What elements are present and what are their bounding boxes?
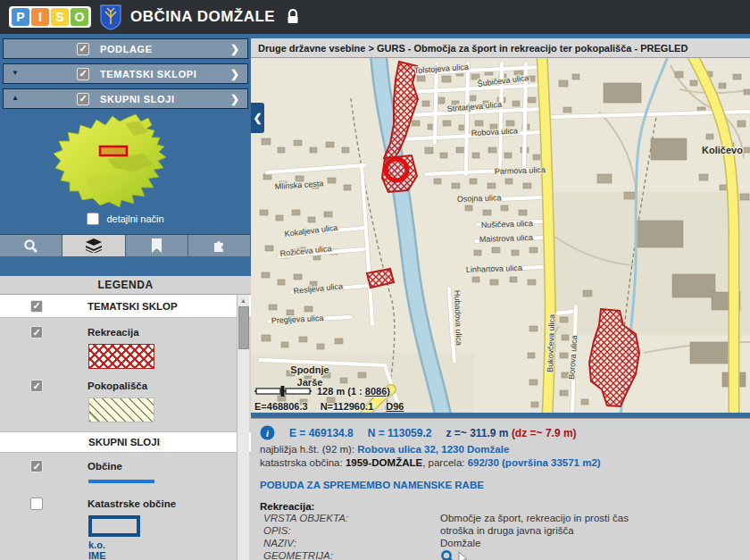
- place-label: Količevo: [702, 145, 743, 155]
- legend: LEGENDA ✓ TEMATSKI SKLOP ✓ Rekreacija ✓ …: [0, 276, 251, 560]
- pokopalisca-checkbox[interactable]: ✓: [30, 380, 43, 392]
- ko-caption: k.o. IME: [88, 539, 251, 560]
- chevron-right-icon[interactable]: ❯: [230, 93, 239, 105]
- cursor-coordinates: E=468806.3N=112960.1D96: [254, 401, 416, 412]
- tab-layers[interactable]: [62, 235, 125, 256]
- piso-letter-s: S: [51, 8, 69, 26]
- skupni-label: SKUPNI SLOJI: [100, 94, 175, 104]
- chevron-right-icon[interactable]: ❯: [230, 68, 239, 80]
- cadastral-value: 1959-DOMŽALE: [346, 457, 422, 468]
- pokopalisca-swatch: [88, 397, 154, 422]
- skupni-checkbox[interactable]: ✓: [77, 93, 89, 105]
- info-panel: i E = 469134.8 N = 113059.2 z =~ 311.9 m…: [251, 418, 750, 560]
- field-label: NAZIV:: [260, 537, 440, 549]
- field-value: Območje za šport, rekreacijo in prosti č…: [440, 512, 629, 524]
- detail-mode-checkbox[interactable]: [87, 213, 99, 225]
- scrollbar-thumb[interactable]: [238, 306, 249, 349]
- obcine-swatch: [88, 480, 154, 483]
- field-value: Domžale: [440, 537, 480, 549]
- tab-search[interactable]: [0, 235, 62, 256]
- collapse-up-icon[interactable]: ▲: [12, 94, 19, 103]
- obcine-checkbox[interactable]: ✓: [30, 460, 43, 472]
- cadastral-label: katastrska občina:: [260, 457, 346, 468]
- theme-checkbox[interactable]: ✓: [30, 300, 43, 313]
- map-pane: Druge državne vsebine > GURS - Območja z…: [251, 34, 750, 560]
- coord-n: N=112960.1: [321, 401, 374, 412]
- scalebar-graphic: [254, 385, 312, 397]
- extent-rectangle: [100, 146, 127, 155]
- section-title: Rekreacija:: [260, 501, 741, 512]
- legend-item-katastrske[interactable]: Katastrske občine: [0, 497, 251, 510]
- field-value: otroška in druga javna igrišča: [440, 524, 574, 537]
- parcel-link[interactable]: 692/30 (površina 33571 m2): [468, 457, 601, 468]
- piso-logo[interactable]: P I S O: [9, 6, 91, 28]
- legend-scrollbar[interactable]: ▲: [237, 295, 249, 560]
- panel-podlage[interactable]: ✓ PODLAGE ❯: [3, 38, 248, 59]
- piso-letter-i: I: [31, 8, 49, 26]
- street-label: Parmova ulica: [495, 165, 546, 176]
- place-label: Spodnje: [290, 364, 329, 375]
- coord-e-value: E = 469134.8: [289, 427, 354, 439]
- legend-item-obcine[interactable]: ✓ Občine: [0, 460, 251, 472]
- scroll-up-icon[interactable]: ▲: [238, 295, 249, 305]
- tematski-label: TEMATSKI SKLOPI: [100, 69, 196, 79]
- katastrske-checkbox[interactable]: [30, 497, 43, 510]
- map-viewport[interactable]: Tolstojeva ulicaŠubičeva ulicaStritarjev…: [251, 58, 750, 413]
- app-title: OBČINA DOMŽALE: [130, 8, 275, 26]
- katastrske-swatch: [88, 515, 140, 537]
- street-label: Maistrova ulica: [479, 233, 533, 244]
- street-label: Nušičeva ulica: [481, 219, 533, 230]
- coord-n-value: N = 113059.2: [368, 427, 432, 439]
- geometry-zoom-icon[interactable]: [440, 549, 455, 560]
- mouse-cursor-icon: [457, 551, 469, 560]
- depth-value: (dz =~ 7.9 m): [512, 427, 577, 439]
- info-icon[interactable]: i: [260, 425, 275, 440]
- map-canvas[interactable]: Tolstojeva ulicaŠubičeva ulicaStritarjev…: [251, 58, 750, 413]
- breadcrumb: Druge državne vsebine > GURS - Območja z…: [251, 38, 750, 58]
- coord-e: E=468806.3: [254, 401, 308, 412]
- lock-icon: [286, 9, 300, 25]
- search-icon: [23, 238, 38, 254]
- layers-icon: [86, 238, 102, 253]
- detail-mode-label: detajlni način: [106, 213, 163, 224]
- bookmark-icon: [151, 238, 162, 253]
- legend-title: LEGENDA: [0, 276, 251, 295]
- parcel-label: , parcela:: [422, 457, 468, 468]
- municipality-coat-of-arms: [100, 4, 121, 30]
- podlage-checkbox[interactable]: ✓: [77, 43, 89, 55]
- map-scalebar: 128 m (1 : 8086): [254, 385, 390, 397]
- legend-item-rekreacija[interactable]: ✓ Rekreacija: [0, 326, 251, 339]
- chevron-right-icon[interactable]: ❯: [230, 43, 239, 55]
- field-label: VRSTA OBJEKTA:: [260, 512, 440, 524]
- overview-map[interactable]: [0, 113, 251, 209]
- sidebar-tabs: [0, 234, 251, 256]
- legend-common-header: SKUPNI SLOJI: [0, 431, 251, 453]
- rekreacija-swatch: [88, 344, 154, 369]
- panel-skupni-sloji[interactable]: ▲ ✓ SKUPNI SLOJI ❯: [3, 88, 248, 109]
- scale-text: 128 m (1 :: [317, 386, 365, 397]
- panel-tematski-sklopi[interactable]: ▼ ✓ TEMATSKI SKLOPI ❯: [3, 63, 248, 84]
- puzzle-icon: [211, 238, 227, 253]
- scale-ratio-link[interactable]: 8086: [365, 386, 387, 397]
- tematski-checkbox[interactable]: ✓: [77, 68, 89, 80]
- piso-letter-p: P: [12, 8, 29, 26]
- elevation-value: z =~ 311.9 m: [446, 427, 508, 439]
- initiative-link[interactable]: POBUDA ZA SPREMEMBO NAMENSKE RABE: [260, 480, 741, 490]
- legend-item-pokopalisca[interactable]: ✓ Pokopališča: [0, 380, 251, 392]
- field-label: OPIS:: [260, 524, 440, 537]
- piso-letter-o: O: [71, 8, 88, 26]
- field-label: GEOMETRIJA:: [260, 549, 440, 560]
- nearest-address-link[interactable]: Robova ulica 32, 1230 Domžale: [357, 444, 509, 455]
- legend-theme-header[interactable]: ✓ TEMATSKI SKLOP: [0, 295, 251, 318]
- sidebar: ✓ PODLAGE ❯ ▼ ✓ TEMATSKI SKLOPI ❯ ▲ ✓ SK…: [0, 34, 251, 560]
- rekreacija-checkbox[interactable]: ✓: [30, 326, 43, 339]
- app-header: P I S O OBČINA DOMŽALE: [0, 0, 750, 34]
- tab-modules[interactable]: [188, 235, 251, 256]
- datum-link[interactable]: D96: [386, 401, 404, 412]
- sidebar-collapse-button[interactable]: ❮: [251, 103, 264, 133]
- tab-bookmark[interactable]: [126, 235, 188, 256]
- street-label: Osojna ulica: [457, 193, 502, 204]
- podlage-label: PODLAGE: [100, 44, 153, 54]
- nearest-address-label: najbližja h.št. (92 m):: [260, 444, 357, 455]
- collapse-down-icon[interactable]: ▼: [12, 69, 19, 78]
